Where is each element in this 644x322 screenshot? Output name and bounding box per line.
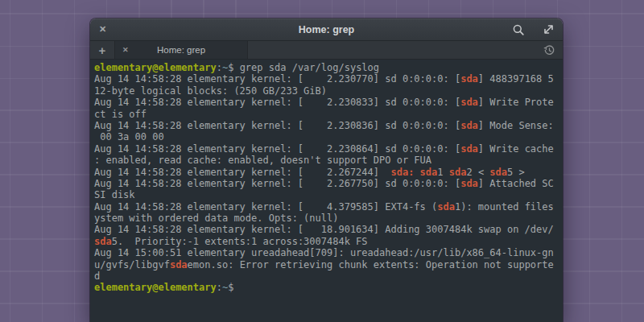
tab-home-grep[interactable]: ✕ Home: grep: [114, 41, 248, 59]
window-title: Home: grep: [90, 19, 563, 40]
terminal-line: Aug 14 14:58:28 elementary kernel: [ 4.3…: [94, 201, 559, 213]
terminal-window: ✕ Home: grep + ✕ Home: grep: [90, 19, 563, 322]
history-icon[interactable]: [543, 41, 555, 59]
maximize-icon[interactable]: [543, 23, 555, 35]
terminal-line: Aug 14 14:58:28 elementary kernel: [ 2.2…: [94, 167, 559, 178]
titlebar-buttons: [512, 19, 555, 40]
new-tab-button[interactable]: +: [90, 41, 114, 59]
terminal-line: Aug 14 14:58:28 elementary kernel: [ 2.2…: [94, 73, 559, 85]
terminal-line: 12-byte logical blocks: (250 GB/233 GiB): [94, 85, 559, 97]
desktop: { "window": { "title": "Home: grep" }, "…: [0, 0, 644, 322]
terminal-line: d: [94, 270, 559, 282]
terminal-line: SI disk: [94, 189, 559, 200]
terminal-line: Aug 14 15:00:51 elementary ureadahead[70…: [94, 247, 559, 258]
terminal-line: : enabled, read cache: enabled, doesn't …: [94, 155, 559, 166]
terminal-line: sda5. Priority:-1 extents:1 across:30074…: [94, 236, 559, 247]
terminal-line: Aug 14 14:58:28 elementary kernel: [ 2.2…: [94, 97, 559, 108]
terminal-line: ct is off: [94, 109, 559, 120]
terminal-line: Aug 14 14:58:28 elementary kernel: [ 2.2…: [94, 178, 559, 189]
terminal-line: u/gvfs/libgvfsdaemon.so: Error retrievin…: [94, 259, 559, 270]
titlebar[interactable]: ✕ Home: grep: [90, 19, 563, 41]
terminal-line: Aug 14 14:58:28 elementary kernel: [ 2.2…: [94, 143, 559, 155]
terminal-line: elementary@elementary:~$: [94, 282, 559, 293]
tab-label: Home: grep: [157, 45, 205, 55]
terminal-line: 00 3a 00 00: [94, 131, 559, 142]
terminal-line: ystem with ordered data mode. Opts: (nul…: [94, 213, 559, 224]
terminal-line: elementary@elementary:~$ grep sda /var/l…: [94, 62, 559, 73]
tab-bar: + ✕ Home: grep: [90, 41, 563, 60]
terminal-line: Aug 14 14:58:28 elementary kernel: [ 18.…: [94, 224, 559, 235]
terminal-line: Aug 14 14:58:28 elementary kernel: [ 2.2…: [94, 120, 559, 131]
terminal-output[interactable]: elementary@elementary:~$ grep sda /var/l…: [90, 60, 563, 322]
tab-close-icon[interactable]: ✕: [122, 46, 129, 54]
search-icon[interactable]: [512, 23, 525, 36]
